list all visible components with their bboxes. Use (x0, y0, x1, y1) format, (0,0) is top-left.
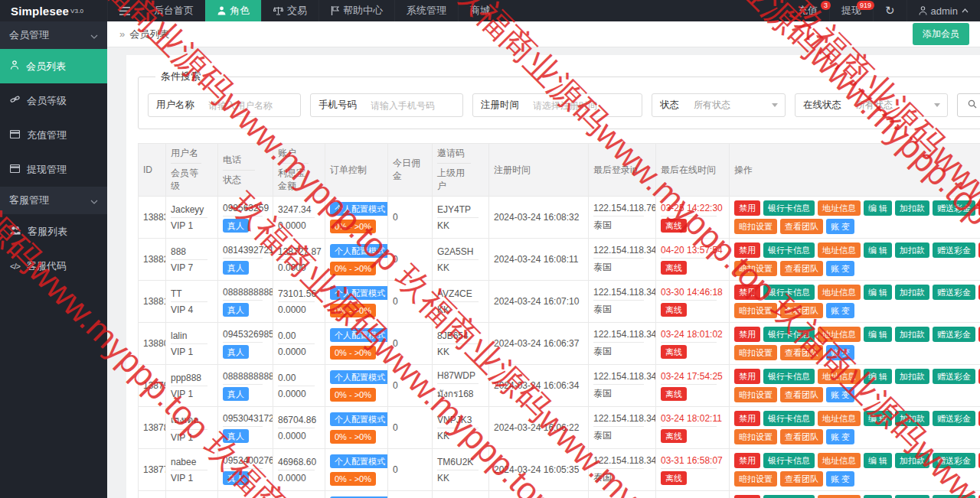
op-account-change-button[interactable]: 账 变 (826, 303, 854, 318)
op-bank-card-info-button[interactable]: 银行卡信息 (763, 495, 815, 498)
nav-item-roles[interactable]: 角色 (205, 0, 261, 21)
op-disable-button[interactable]: 禁用 (734, 495, 760, 498)
op-address-info-button[interactable]: 地址信息 (818, 495, 861, 498)
op-edit-button[interactable]: 编 辑 (864, 285, 892, 300)
nav-item-mall[interactable]: 商城 (458, 0, 501, 21)
nav-item-system[interactable]: 系统管理 (394, 0, 458, 21)
sidebar-item-member-level[interactable]: 会员等级 (0, 83, 107, 118)
regtime-input[interactable] (527, 94, 642, 116)
op-hidden-deduct-settings-button[interactable]: 暗扣设置 (734, 471, 777, 487)
op-gift-bonus-button[interactable]: 赠送彩金 (933, 369, 975, 384)
op-bank-card-info-button[interactable]: 银行卡信息 (763, 411, 815, 426)
sidebar-item-service-code[interactable]: </> 客服代码 (0, 249, 107, 283)
op-edit-button[interactable]: 编 辑 (864, 327, 892, 342)
op-gift-bonus-button[interactable]: 赠送彩金 (933, 495, 975, 498)
op-bank-card-info-button[interactable]: 银行卡信息 (763, 242, 815, 258)
op-hidden-deduct-settings-button[interactable]: 暗扣设置 (734, 387, 777, 402)
op-bank-card-info-button[interactable]: 银行卡信息 (763, 327, 815, 342)
op-hidden-deduct-settings-button[interactable]: 暗扣设置 (734, 303, 777, 318)
nav-recharge[interactable]: 充值 3 (786, 0, 829, 21)
op-disable-button[interactable]: 禁用 (734, 285, 760, 300)
op-add-deduct-button[interactable]: 加扣款 (895, 369, 929, 384)
op-gift-bonus-button[interactable]: 赠送彩金 (933, 242, 975, 258)
op-view-team-button[interactable]: 查看团队 (780, 471, 823, 487)
op-address-info-button[interactable]: 地址信息 (818, 453, 861, 468)
op-address-info-button[interactable]: 地址信息 (818, 411, 861, 426)
op-add-deduct-button[interactable]: 加扣款 (895, 285, 929, 300)
order-range-badge[interactable]: 0% - >0% (330, 472, 376, 486)
op-gift-bonus-button[interactable]: 赠送彩金 (933, 453, 975, 468)
op-account-change-button[interactable]: 账 变 (826, 471, 854, 487)
op-edit-button[interactable]: 编 辑 (864, 242, 892, 258)
refresh-button[interactable]: ↻ (873, 0, 906, 21)
order-range-badge[interactable]: 0% - >0% (330, 304, 376, 317)
app-logo[interactable]: Simplesee V3.0 (0, 0, 107, 21)
op-disable-button[interactable]: 禁用 (734, 453, 760, 468)
admin-menu[interactable]: admin (906, 0, 980, 21)
sidebar-toggle[interactable] (107, 0, 142, 21)
order-mode-badge[interactable]: 个人配置模式 (330, 454, 388, 468)
op-view-team-button[interactable]: 查看团队 (780, 345, 823, 360)
order-range-badge[interactable]: 0% - >0% (330, 262, 376, 275)
order-range-badge[interactable]: 0% - >0% (330, 220, 376, 233)
op-disable-button[interactable]: 禁用 (734, 327, 760, 342)
op-account-change-button[interactable]: 账 变 (826, 429, 854, 444)
sidebar-item-recharge-mgmt[interactable]: 充值管理 (0, 118, 107, 152)
op-add-deduct-button[interactable]: 加扣款 (895, 411, 929, 426)
op-hidden-deduct-settings-button[interactable]: 暗扣设置 (734, 219, 777, 234)
op-gift-bonus-button[interactable]: 赠送彩金 (933, 200, 975, 216)
nav-item-dashboard[interactable]: 后台首页 (142, 0, 205, 21)
phone-input[interactable] (364, 94, 462, 116)
op-disable-button[interactable]: 禁用 (734, 369, 760, 384)
nav-withdraw[interactable]: 提现 919 (829, 0, 873, 21)
op-address-info-button[interactable]: 地址信息 (818, 369, 861, 384)
op-edit-button[interactable]: 编 辑 (864, 411, 892, 426)
nav-item-trade[interactable]: 交易 (261, 0, 318, 21)
sidebar-item-withdraw-mgmt[interactable]: 提现管理 (0, 152, 107, 187)
op-add-deduct-button[interactable]: 加扣款 (895, 327, 929, 342)
op-view-team-button[interactable]: 查看团队 (780, 219, 823, 234)
op-address-info-button[interactable]: 地址信息 (818, 285, 861, 300)
op-account-change-button[interactable]: 账 变 (826, 345, 854, 360)
op-add-deduct-button[interactable]: 加扣款 (895, 200, 929, 216)
order-mode-badge[interactable]: 个人配置模式 (330, 370, 388, 384)
op-edit-button[interactable]: 编 辑 (864, 369, 892, 384)
op-gift-bonus-button[interactable]: 赠送彩金 (933, 327, 975, 342)
sidebar-group-service[interactable]: 客服管理 (0, 187, 107, 214)
op-address-info-button[interactable]: 地址信息 (818, 327, 861, 342)
op-account-change-button[interactable]: 账 变 (826, 387, 854, 402)
op-account-change-button[interactable]: 账 变 (826, 261, 854, 276)
order-mode-badge[interactable]: 个人配置模式 (330, 244, 388, 258)
order-mode-badge[interactable]: 个人配置模式 (330, 286, 388, 300)
op-disable-button[interactable]: 禁用 (734, 242, 760, 258)
nav-item-help[interactable]: 帮助中心 (318, 0, 394, 21)
sidebar-group-member[interactable]: 会员管理 (0, 21, 107, 49)
op-hidden-deduct-settings-button[interactable]: 暗扣设置 (734, 261, 777, 276)
search-button[interactable]: 搜 索 (957, 93, 980, 117)
order-mode-badge[interactable]: 个人配置模式 (330, 412, 388, 426)
order-mode-badge[interactable]: 个人配置模式 (330, 202, 388, 216)
op-add-deduct-button[interactable]: 加扣款 (895, 242, 929, 258)
status-select[interactable]: 所有状态 (687, 94, 785, 116)
op-edit-button[interactable]: 编 辑 (864, 200, 892, 216)
op-gift-bonus-button[interactable]: 赠送彩金 (933, 411, 975, 426)
op-hidden-deduct-settings-button[interactable]: 暗扣设置 (734, 429, 777, 444)
op-bank-card-info-button[interactable]: 银行卡信息 (763, 453, 815, 468)
op-bank-card-info-button[interactable]: 银行卡信息 (763, 200, 815, 216)
order-range-badge[interactable]: 0% - >0% (330, 430, 376, 444)
op-view-team-button[interactable]: 查看团队 (780, 303, 823, 318)
sidebar-item-service-list[interactable]: 客服列表 (0, 214, 107, 249)
online-status-select[interactable]: 所有状态 (849, 94, 947, 116)
op-bank-card-info-button[interactable]: 银行卡信息 (763, 285, 815, 300)
op-address-info-button[interactable]: 地址信息 (818, 242, 861, 258)
op-gift-bonus-button[interactable]: 赠送彩金 (933, 285, 975, 300)
op-account-change-button[interactable]: 账 变 (826, 219, 854, 234)
op-hidden-deduct-settings-button[interactable]: 暗扣设置 (734, 345, 777, 360)
order-range-badge[interactable]: 0% - >0% (330, 388, 376, 402)
order-mode-badge[interactable]: 个人配置模式 (330, 328, 388, 342)
add-member-button[interactable]: 添加会员 (913, 23, 969, 45)
sidebar-item-member-list[interactable]: 会员列表 (0, 49, 107, 83)
order-range-badge[interactable]: 0% - >0% (330, 346, 376, 360)
op-bank-card-info-button[interactable]: 银行卡信息 (763, 369, 815, 384)
op-edit-button[interactable]: 编 辑 (864, 495, 892, 498)
